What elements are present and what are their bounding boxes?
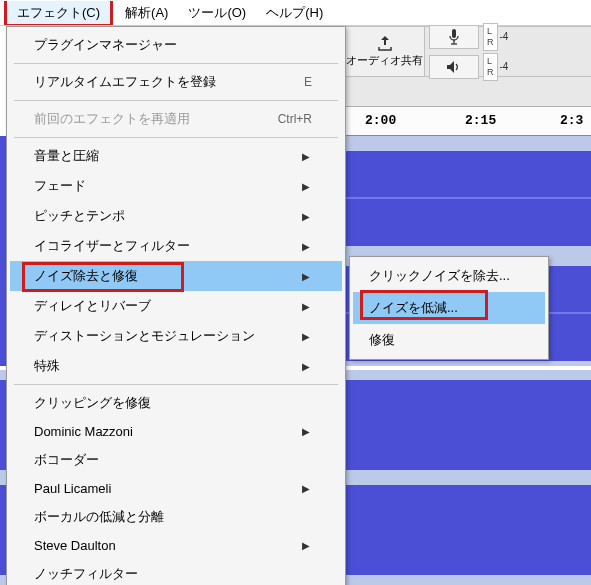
- share-icon: [376, 35, 394, 51]
- play-meter-value: -4: [500, 61, 509, 72]
- menu-special[interactable]: 特殊 ▶: [10, 351, 342, 381]
- chevron-right-icon: ▶: [302, 151, 312, 162]
- menu-notch-filter[interactable]: ノッチフィルター: [10, 559, 342, 585]
- share-audio-label: オーディオ共有: [346, 53, 423, 68]
- time-tick: 2:3: [560, 113, 583, 128]
- menu-vocal-reduce[interactable]: ボーカルの低減と分離: [10, 502, 342, 532]
- menu-analyze[interactable]: 解析(A): [115, 0, 178, 26]
- svg-rect-0: [452, 29, 456, 38]
- menu-separator: [14, 137, 338, 138]
- menu-clip-fix[interactable]: クリッピングを修復: [10, 388, 342, 418]
- menu-distortion-modulation[interactable]: ディストーションとモジュレーション ▶: [10, 321, 342, 351]
- time-tick: 2:15: [465, 113, 496, 128]
- submenu-click-removal[interactable]: クリックノイズを除去...: [353, 260, 545, 292]
- menu-effect[interactable]: エフェクト(C): [7, 1, 110, 24]
- menu-separator: [14, 63, 338, 64]
- record-meter: L R: [483, 23, 498, 51]
- chevron-right-icon: ▶: [302, 426, 312, 437]
- menu-volume-compression[interactable]: 音量と圧縮 ▶: [10, 141, 342, 171]
- menu-noise-repair[interactable]: ノイズ除去と修復 ▶: [10, 261, 342, 291]
- chevron-right-icon: ▶: [302, 271, 312, 282]
- toolbar-area: オーディオ共有 L R -4: [345, 26, 591, 106]
- menu-plugin-manager[interactable]: プラグインマネージャー: [10, 30, 342, 60]
- mic-icon: [447, 28, 461, 46]
- time-tick: 2:00: [365, 113, 396, 128]
- menu-fade[interactable]: フェード ▶: [10, 171, 342, 201]
- menu-repeat-last: 前回のエフェクトを再適用 Ctrl+R: [10, 104, 342, 134]
- menu-help[interactable]: ヘルプ(H): [256, 0, 333, 26]
- chevron-right-icon: ▶: [302, 540, 312, 551]
- menu-separator: [14, 384, 338, 385]
- chevron-right-icon: ▶: [302, 301, 312, 312]
- share-audio-button[interactable]: オーディオ共有: [345, 27, 425, 76]
- speaker-icon: [446, 60, 462, 74]
- timeline-ruler[interactable]: 2:00 2:15 2:3: [345, 106, 591, 136]
- menu-register-realtime[interactable]: リアルタイムエフェクトを登録 E: [10, 67, 342, 97]
- record-meter-button[interactable]: [429, 25, 479, 49]
- chevron-right-icon: ▶: [302, 241, 312, 252]
- menu-eq-filter[interactable]: イコライザーとフィルター ▶: [10, 231, 342, 261]
- chevron-right-icon: ▶: [302, 181, 312, 192]
- menu-pitch-tempo[interactable]: ピッチとテンポ ▶: [10, 201, 342, 231]
- chevron-right-icon: ▶: [302, 331, 312, 342]
- submenu-repair[interactable]: 修復: [353, 324, 545, 356]
- menu-dominic[interactable]: Dominic Mazzoni ▶: [10, 418, 342, 445]
- play-meter: L R: [483, 53, 498, 81]
- chevron-right-icon: ▶: [302, 211, 312, 222]
- chevron-right-icon: ▶: [302, 483, 312, 494]
- play-meter-button[interactable]: [429, 55, 479, 79]
- menu-paul[interactable]: Paul Licameli ▶: [10, 475, 342, 502]
- menu-separator: [14, 100, 338, 101]
- menu-tools[interactable]: ツール(O): [178, 0, 256, 26]
- menu-vocoder[interactable]: ボコーダー: [10, 445, 342, 475]
- menu-steve[interactable]: Steve Daulton ▶: [10, 532, 342, 559]
- record-meter-value: -4: [500, 31, 509, 42]
- effect-menu-dropdown: プラグインマネージャー リアルタイムエフェクトを登録 E 前回のエフェクトを再適…: [6, 26, 346, 585]
- chevron-right-icon: ▶: [302, 361, 312, 372]
- submenu-noise-reduction[interactable]: ノイズを低減...: [353, 292, 545, 324]
- noise-repair-submenu: クリックノイズを除去... ノイズを低減... 修復: [349, 256, 549, 360]
- menu-delay-reverb[interactable]: ディレイとリバーブ ▶: [10, 291, 342, 321]
